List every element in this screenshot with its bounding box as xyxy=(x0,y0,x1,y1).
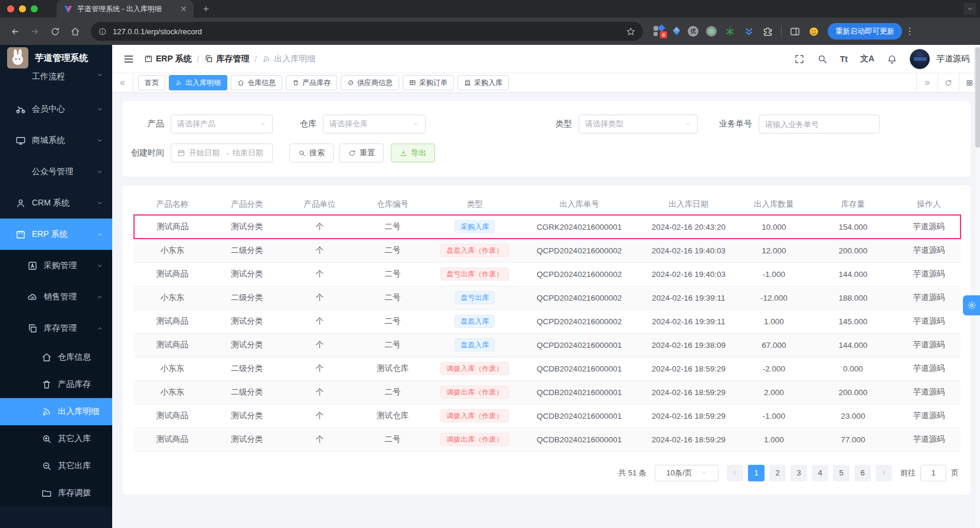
table-row[interactable]: 小东东二级分类个二号盘盈入库（作废）QCPD202402160000022024… xyxy=(134,239,961,262)
page-number-button[interactable]: 4 xyxy=(812,465,828,481)
home-button[interactable] xyxy=(66,22,84,40)
table-row[interactable]: 测试商品测试分类个测试仓库调拨入库（作废）QCDB202402160000012… xyxy=(134,404,961,428)
sidebar-item[interactable]: ERP 系统 xyxy=(0,219,112,250)
notification-bell-icon[interactable] xyxy=(887,54,897,64)
user-avatar[interactable] xyxy=(910,49,930,69)
chevron-down-icon xyxy=(96,262,103,269)
tags-scroll-right-icon[interactable] xyxy=(916,73,937,92)
forward-button[interactable] xyxy=(26,22,44,40)
tab-search-icon[interactable] xyxy=(963,3,976,15)
sidebar-item[interactable]: 销售管理 xyxy=(0,281,112,312)
page-number-button[interactable]: 5 xyxy=(833,465,850,481)
maximize-window-button[interactable] xyxy=(31,5,38,12)
extension-gray-icon[interactable]: 优 xyxy=(688,26,698,37)
breadcrumb-item[interactable]: 库存管理 xyxy=(204,54,249,64)
username[interactable]: 芋道源码 xyxy=(936,54,969,64)
breadcrumb-item[interactable]: ERP 系统 xyxy=(144,54,191,64)
sidebar-item[interactable]: 其它入库 xyxy=(0,425,112,452)
product-select[interactable]: 请选择产品 xyxy=(171,115,273,133)
tagsview-tab[interactable]: 首页 xyxy=(138,75,165,90)
page-number-button[interactable]: 1 xyxy=(748,465,765,481)
bookmark-star-icon[interactable] xyxy=(626,27,636,37)
table-row[interactable]: 小东东二级分类个二号盘亏出库QCPD202402160000022024-02-… xyxy=(134,286,961,309)
browser-tab[interactable]: 芋道管理系统 - 出入库明细 xyxy=(57,0,194,18)
language-icon[interactable]: 文A xyxy=(860,54,874,64)
app-logo[interactable]: 芋道管理系统 xyxy=(0,45,112,71)
table-row[interactable]: 测试商品测试分类个二号盘盈入库QCPD202402160000012024-02… xyxy=(134,333,961,357)
chevron-down-icon xyxy=(96,106,103,113)
page-scrollbar[interactable] xyxy=(974,45,980,528)
page-number-button[interactable]: 3 xyxy=(790,465,807,481)
sidebar-item[interactable]: 采购管理 xyxy=(0,250,112,281)
scrollbar-thumb[interactable] xyxy=(975,47,980,148)
search-button[interactable]: 搜索 xyxy=(289,144,334,162)
window-controls[interactable] xyxy=(0,0,46,18)
bizno-input-field[interactable] xyxy=(765,120,873,129)
address-bar[interactable]: 127.0.0.1/erp/stock/record xyxy=(91,22,643,41)
reload-button[interactable] xyxy=(46,22,64,40)
extension-star-icon[interactable] xyxy=(724,26,736,37)
tagsview-tab[interactable]: 仓库信息 xyxy=(231,75,282,90)
side-panel-icon[interactable] xyxy=(789,26,801,37)
minimize-window-button[interactable] xyxy=(19,5,26,12)
tagsview-tab[interactable]: 出入库明细 xyxy=(169,75,227,90)
reset-button[interactable]: 重置 xyxy=(339,144,384,162)
tagsview-tab[interactable]: 供应商信息 xyxy=(341,75,399,90)
font-size-icon[interactable]: Tt xyxy=(840,54,848,64)
goto-page-input[interactable] xyxy=(920,465,946,481)
sidebar-item[interactable]: 公众号管理 xyxy=(0,156,112,187)
page-number-button[interactable]: 6 xyxy=(854,465,871,481)
bizno-input[interactable] xyxy=(759,115,880,133)
extension-green-dot-icon[interactable] xyxy=(706,26,717,37)
cell-product-unit: 个 xyxy=(283,262,356,286)
page-size-select[interactable]: 10条/页 xyxy=(655,465,718,481)
sidebar-item[interactable]: 库存调拨 xyxy=(0,480,112,507)
sidebar-item[interactable]: 商城系统 xyxy=(0,125,112,156)
new-tab-button[interactable] xyxy=(198,1,214,17)
prev-page-button[interactable] xyxy=(727,465,743,481)
collapse-menu-icon[interactable] xyxy=(123,53,135,65)
table-column-header: 出入库单号 xyxy=(521,194,638,215)
tab-close-icon[interactable] xyxy=(179,5,188,13)
extension-chevrons-icon[interactable] xyxy=(743,26,754,37)
sidebar-item[interactable]: 工作流程 xyxy=(0,71,112,93)
table-row[interactable]: 测试商品测试分类个二号盘亏出库（作废）QCPD20240216000002202… xyxy=(134,262,961,286)
sidebar-item[interactable]: 产品库存 xyxy=(0,371,112,398)
extension-kite-icon[interactable] xyxy=(673,27,680,36)
table-row[interactable]: 测试商品测试分类个二号盘盈入库QCPD202402160000022024-02… xyxy=(134,309,961,333)
extensions-puzzle-icon[interactable] xyxy=(762,26,773,37)
table-row[interactable]: 测试商品测试分类个二号调拨出库（作废）QCDB20240216000001202… xyxy=(134,428,961,451)
sidebar-item[interactable]: 仓库信息 xyxy=(0,344,112,371)
tagsview-tab[interactable]: 采购入库 xyxy=(458,75,509,90)
site-info-icon[interactable] xyxy=(98,27,107,36)
theme-settings-button[interactable] xyxy=(963,295,980,315)
tagsview-tab[interactable]: 产品库存 xyxy=(286,75,337,90)
table-row[interactable]: 小东东二级分类个测试仓库调拨入库（作废）QCDB2024021600000120… xyxy=(134,357,961,380)
sidebar-item[interactable]: 库存管理 xyxy=(0,312,112,344)
next-page-button[interactable] xyxy=(876,465,892,481)
table-row-highlighted[interactable]: 测试商品测试分类个二号采购入库CGRK202402160000012024-02… xyxy=(134,215,961,239)
table-column-header: 仓库编号 xyxy=(356,194,429,215)
table-row[interactable]: 小东东二级分类个二号调拨出库（作废）QCDB202402160000012024… xyxy=(134,380,961,404)
page-number-button[interactable]: 2 xyxy=(769,465,786,481)
browser-update-button[interactable]: 重新启动即可更新 xyxy=(828,23,902,40)
warehouse-select[interactable]: 请选择仓库 xyxy=(323,115,426,133)
export-button[interactable]: 导出 xyxy=(391,144,435,162)
tags-refresh-icon[interactable] xyxy=(937,73,959,92)
browser-menu-icon[interactable] xyxy=(904,26,915,37)
sidebar-item[interactable]: 会员中心 xyxy=(0,93,112,125)
sidebar-item[interactable]: 出入库明细 xyxy=(0,398,112,425)
sidebar-item[interactable]: CRM 系统 xyxy=(0,187,112,219)
sidebar-item[interactable]: 其它出库 xyxy=(0,452,112,480)
search-icon[interactable] xyxy=(817,54,828,64)
date-range-picker[interactable]: 开始日期 - 结束日期 xyxy=(171,144,273,162)
back-button[interactable] xyxy=(6,22,24,40)
profile-emoji-icon[interactable] xyxy=(808,26,819,37)
extension-badge-icon[interactable]: 6 xyxy=(654,25,665,37)
cell-order-no: QCDB20240216000001 xyxy=(521,380,638,404)
fullscreen-icon[interactable] xyxy=(794,54,805,64)
close-window-button[interactable] xyxy=(7,5,14,12)
type-select[interactable]: 请选择类型 xyxy=(579,115,698,133)
tagsview-tab[interactable]: 采购订单 xyxy=(403,75,454,90)
tags-scroll-left-icon[interactable] xyxy=(112,73,133,92)
